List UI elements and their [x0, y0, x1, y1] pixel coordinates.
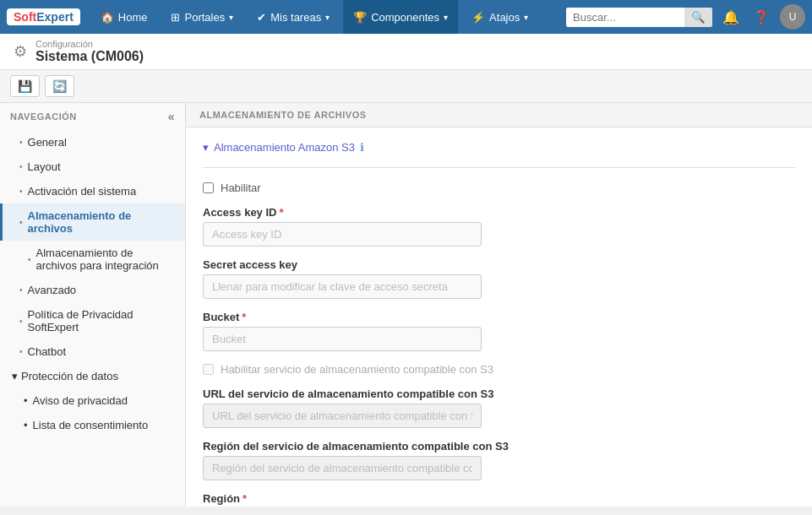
sidebar-item-activacion-label: Activación del sistema: [28, 185, 137, 198]
search-button[interactable]: 🔍: [684, 8, 712, 27]
main-layout: NAVEGACIÓN « • General • Layout • Activa…: [0, 103, 812, 507]
section-divider: [203, 167, 795, 168]
refresh-button[interactable]: 🔄: [45, 75, 74, 97]
region-s3-input[interactable]: [203, 456, 482, 480]
url-s3-input[interactable]: [203, 404, 482, 428]
access-key-id-group: Access key ID *: [203, 206, 795, 247]
topnav-search-area: 🔍 🔔 ❓ U: [566, 4, 805, 30]
page-title: Sistema (CM006): [35, 49, 144, 64]
sidebar-item-chatbot-label: Chatbot: [28, 345, 67, 358]
bucket-required: *: [242, 311, 246, 323]
sidebar-item-almacenamiento[interactable]: • Almacenamiento de archivos: [0, 203, 185, 241]
nav-atajos[interactable]: ⚡ Atajos ▾: [461, 0, 538, 34]
sidebar-item-almacenamiento-integracion-label: Almacenamiento de archivos para integrac…: [36, 247, 173, 272]
dot-icon: •: [19, 285, 23, 295]
lightning-icon: ⚡: [471, 11, 485, 24]
bucket-input[interactable]: [203, 327, 482, 351]
sidebar: NAVEGACIÓN « • General • Layout • Activa…: [0, 103, 186, 507]
nav-mis-tareas-label: Mis tareas: [270, 11, 321, 24]
sidebar-item-avanzado[interactable]: • Avanzado: [0, 278, 185, 302]
dot-icon: •: [28, 255, 31, 264]
enable-s3-compatible-group: Habilitar servicio de almacenamiento com…: [203, 363, 795, 376]
nav-home-label: Home: [118, 11, 148, 24]
dot-icon: •: [24, 394, 28, 407]
nav-portales[interactable]: ⊞ Portales ▾: [161, 0, 243, 34]
section-arrow-icon: ▾: [203, 141, 209, 154]
dot-icon: •: [24, 419, 28, 431]
region-required: *: [243, 492, 247, 505]
atajos-arrow-icon: ▾: [524, 13, 528, 22]
section-header-label: ALMACENAMIENTO DE ARCHIVOS: [199, 110, 367, 120]
mis-tareas-arrow-icon: ▾: [325, 13, 330, 22]
portales-arrow-icon: ▾: [229, 13, 233, 22]
dot-icon: •: [19, 218, 23, 227]
secret-access-key-input[interactable]: [203, 274, 482, 299]
nav-componentes[interactable]: 🏆 Componentes ▾: [343, 0, 458, 34]
amazon-s3-section: ▾ Almacenamiento Amazon S3 ℹ: [203, 141, 795, 154]
content-section-header: ALMACENAMIENTO DE ARCHIVOS: [186, 103, 812, 127]
sidebar-item-general-label: General: [28, 136, 67, 149]
secret-access-key-group: Secret access key: [203, 258, 795, 299]
nav-atajos-label: Atajos: [489, 11, 520, 24]
sidebar-item-aviso[interactable]: • Aviso de privacidad: [0, 388, 185, 413]
componentes-arrow-icon: ▾: [444, 13, 448, 22]
content-body: ▾ Almacenamiento Amazon S3 ℹ Habilitar A…: [186, 127, 812, 507]
save-button[interactable]: 💾: [10, 75, 40, 97]
sidebar-item-layout-label: Layout: [28, 160, 61, 173]
settings-icon: ⚙: [14, 42, 27, 61]
sidebar-collapse-button[interactable]: «: [168, 110, 175, 123]
sidebar-item-politica[interactable]: • Política de Privacidad SoftExpert: [0, 302, 185, 339]
sidebar-item-lista[interactable]: • Lista de consentimiento: [0, 413, 185, 437]
enable-checkbox-group: Habilitar: [203, 182, 795, 194]
nav-mis-tareas[interactable]: ✔ Mis tareas ▾: [247, 0, 340, 34]
region-label: Región *: [203, 492, 795, 505]
access-key-id-label: Access key ID *: [203, 206, 795, 219]
page-header: ⚙ Configuración Sistema (CM006): [0, 34, 812, 70]
dot-icon: •: [19, 138, 23, 147]
search-input[interactable]: [566, 8, 684, 27]
enable-s3-compatible-label: Habilitar servicio de almacenamiento com…: [221, 363, 493, 376]
trophy-icon: 🏆: [353, 11, 367, 24]
sidebar-item-chatbot[interactable]: • Chatbot: [0, 339, 185, 364]
sidebar-item-general[interactable]: • General: [0, 130, 185, 154]
sidebar-item-almacenamiento-label: Almacenamiento de archivos: [28, 209, 173, 235]
sidebar-item-proteccion[interactable]: ▾ Protección de datos: [0, 364, 185, 388]
dot-icon: •: [19, 347, 23, 356]
content-area: ALMACENAMIENTO DE ARCHIVOS ▾ Almacenamie…: [186, 103, 812, 507]
nav-portales-label: Portales: [184, 11, 225, 24]
breadcrumb: Configuración: [35, 39, 144, 49]
dot-icon: •: [19, 162, 23, 171]
region-s3-label: Región del servicio de almacenamiento co…: [203, 440, 795, 453]
enable-checkbox[interactable]: [203, 182, 214, 193]
help-icon[interactable]: ❓: [749, 6, 773, 29]
top-navbar: SoftExpert 🏠 Home ⊞ Portales ▾ ✔ Mis tar…: [0, 0, 812, 34]
sidebar-item-aviso-label: Aviso de privacidad: [33, 394, 128, 407]
sidebar-item-almacenamiento-integracion[interactable]: • Almacenamiento de archivos para integr…: [0, 241, 185, 278]
toolbar: 💾 🔄: [0, 70, 812, 103]
amazon-s3-toggle[interactable]: Almacenamiento Amazon S3: [214, 141, 355, 154]
url-s3-group: URL del servicio de almacenamiento compa…: [203, 388, 795, 428]
portales-icon: ⊞: [171, 11, 180, 24]
info-icon[interactable]: ℹ: [360, 141, 364, 154]
nav-home[interactable]: 🏠 Home: [90, 0, 158, 34]
logo-expert: Expert: [36, 10, 74, 24]
sidebar-item-activacion[interactable]: • Activación del sistema: [0, 179, 185, 203]
softexpert-logo[interactable]: SoftExpert: [7, 8, 80, 25]
sidebar-item-layout[interactable]: • Layout: [0, 154, 185, 179]
bell-icon[interactable]: 🔔: [719, 6, 743, 29]
region-s3-group: Región del servicio de almacenamiento co…: [203, 440, 795, 480]
access-key-id-input[interactable]: [203, 222, 482, 247]
check-icon: ✔: [257, 11, 266, 24]
avatar[interactable]: U: [780, 4, 805, 30]
logo-soft: Soft: [14, 10, 36, 24]
secret-access-key-label: Secret access key: [203, 258, 795, 271]
page-header-info: Configuración Sistema (CM006): [35, 39, 144, 64]
enable-s3-compatible-checkbox[interactable]: [203, 364, 214, 375]
sidebar-heading: NAVEGACIÓN: [10, 111, 77, 122]
sidebar-header: NAVEGACIÓN «: [0, 103, 185, 130]
home-icon: 🏠: [101, 11, 114, 24]
bucket-label: Bucket *: [203, 311, 795, 323]
sidebar-item-lista-label: Lista de consentimiento: [33, 419, 149, 431]
access-key-id-required: *: [279, 206, 283, 219]
nav-componentes-label: Componentes: [371, 11, 439, 24]
